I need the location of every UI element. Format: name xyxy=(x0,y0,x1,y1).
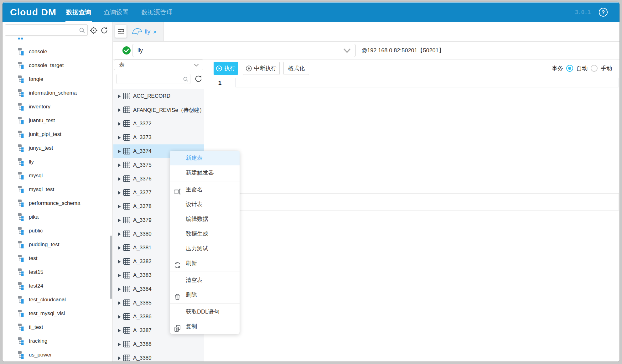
sidebar-item-ti_test[interactable]: ti_test xyxy=(3,320,112,334)
menu-item-5[interactable]: 编辑数据 xyxy=(170,212,240,226)
menu-item-4[interactable]: 设计表 xyxy=(170,197,240,212)
table-row-ACC_RECORD[interactable]: ACC_RECORD xyxy=(113,89,204,103)
menu-item-7[interactable]: 压力测试 xyxy=(170,241,240,256)
expand-arrow-icon[interactable] xyxy=(118,108,121,112)
sidebar-item-console[interactable]: console xyxy=(3,45,112,59)
expand-arrow-icon[interactable] xyxy=(118,218,121,222)
expand-arrow-icon[interactable] xyxy=(118,315,121,319)
menu-item-11[interactable]: 删除 xyxy=(170,288,240,302)
sidebar-item-mysql[interactable]: mysql xyxy=(3,169,112,183)
interrupt-button[interactable]: 中断执行 xyxy=(243,62,280,75)
table-row-AFANQIE_REVISe（待创建）[interactable]: AFANQIE_REVISe（待创建） xyxy=(113,103,204,117)
nav-item-2[interactable]: 数据源管理 xyxy=(141,3,173,22)
editor-current-line[interactable] xyxy=(235,78,619,87)
connection-select[interactable]: lly xyxy=(132,44,356,57)
expand-arrow-icon[interactable] xyxy=(118,342,121,346)
sidebar-item-performance_schema[interactable]: performance_schema xyxy=(3,196,112,210)
play-circle-icon xyxy=(216,65,222,71)
sidebar-item-information_schema[interactable]: information_schema xyxy=(3,86,112,100)
locate-icon[interactable] xyxy=(90,26,98,36)
expand-arrow-icon[interactable] xyxy=(118,246,121,250)
menu-item-13[interactable]: 获取DDL语句 xyxy=(170,304,240,319)
menu-item-1[interactable]: 新建触发器 xyxy=(170,165,240,180)
table-icon xyxy=(123,120,131,127)
sidebar-search-input[interactable] xyxy=(5,24,88,36)
format-button[interactable]: 格式化 xyxy=(283,62,309,75)
expand-arrow-icon[interactable] xyxy=(118,356,121,360)
object-type-select[interactable]: 表 xyxy=(114,60,203,70)
nav-item-0[interactable]: 数据查询 xyxy=(65,3,92,22)
sidebar-item-test[interactable]: test xyxy=(3,252,112,265)
menu-item-10[interactable]: 清空表 xyxy=(170,273,240,288)
refresh-tables-icon[interactable] xyxy=(194,75,203,84)
expand-arrow-icon[interactable] xyxy=(118,273,121,278)
sidebar-item-console_target[interactable]: console_target xyxy=(3,59,112,72)
table-search-input[interactable] xyxy=(117,74,190,84)
search-icon xyxy=(183,76,189,82)
expand-arrow-icon[interactable] xyxy=(118,232,121,236)
chevron-down-icon xyxy=(344,49,350,53)
table-row-A_3389[interactable]: A_3389 xyxy=(113,351,204,361)
sidebar-item-inventory[interactable]: inventory xyxy=(3,100,112,114)
table-row-A_3372[interactable]: A_3372 xyxy=(113,117,204,131)
sidebar-scrollbar[interactable] xyxy=(110,236,112,299)
sidebar-item-public[interactable]: public xyxy=(3,224,112,238)
clipped-tree-item xyxy=(18,38,24,39)
schema-icon xyxy=(18,351,26,359)
tab-lly[interactable]: lly × xyxy=(132,22,157,41)
sidebar-item-fanqie[interactable]: fanqie xyxy=(3,72,112,86)
help-icon[interactable]: ? xyxy=(598,7,608,17)
table-name: A_3388 xyxy=(133,341,152,347)
table-icon xyxy=(123,217,131,224)
table-row-A_3373[interactable]: A_3373 xyxy=(113,131,204,144)
sidebar-item-junyu_test[interactable]: junyu_test xyxy=(3,141,112,155)
menu-item-14[interactable]: 复制 xyxy=(170,319,240,334)
expand-arrow-icon[interactable] xyxy=(118,191,121,195)
sidebar-item-lly[interactable]: lly xyxy=(3,155,112,169)
menu-item-3[interactable]: 重命名 xyxy=(170,182,240,197)
menu-item-6[interactable]: 数据生成 xyxy=(170,226,240,241)
sidebar-item-juantu_test[interactable]: juantu_test xyxy=(3,114,112,127)
expand-arrow-icon[interactable] xyxy=(118,122,121,126)
nav-item-1[interactable]: 查询设置 xyxy=(103,3,129,22)
expand-arrow-icon[interactable] xyxy=(118,177,121,181)
schema-icon xyxy=(18,103,26,111)
execute-button[interactable]: 执行 xyxy=(214,62,238,75)
editor-results-splitter[interactable] xyxy=(205,192,619,192)
expand-arrow-icon[interactable] xyxy=(118,163,121,167)
expand-arrow-icon[interactable] xyxy=(118,260,121,264)
sidebar-item-test_mysql_visi[interactable]: test_mysql_visi xyxy=(3,307,112,320)
expand-arrow-icon[interactable] xyxy=(118,329,121,333)
sidebar-item-test24[interactable]: test24 xyxy=(3,279,112,293)
collapse-sidebar-button[interactable] xyxy=(115,25,127,38)
sidebar-item-test_cloudcanal[interactable]: test_cloudcanal xyxy=(3,293,112,307)
refresh-tree-icon[interactable] xyxy=(100,26,108,36)
expand-arrow-icon[interactable] xyxy=(118,287,121,291)
table-row-A_3388[interactable]: A_3388 xyxy=(113,337,204,351)
table-icon xyxy=(123,93,131,100)
expand-arrow-icon[interactable] xyxy=(118,94,121,98)
sidebar-item-junit_pipi_test[interactable]: junit_pipi_test xyxy=(3,127,112,141)
dot-circle-icon xyxy=(246,65,252,71)
tab-close-icon[interactable]: × xyxy=(153,29,157,35)
menu-item-8[interactable]: 刷新 xyxy=(170,256,240,271)
expand-arrow-icon[interactable] xyxy=(118,205,121,209)
expand-arrow-icon[interactable] xyxy=(118,136,121,140)
transaction-manual-radio[interactable] xyxy=(591,65,598,72)
expand-arrow-icon[interactable] xyxy=(118,149,121,153)
menu-item-0[interactable]: 新建表 xyxy=(170,151,240,165)
table-name: ACC_RECORD xyxy=(133,93,170,99)
transaction-auto-radio[interactable] xyxy=(566,65,573,72)
table-icon xyxy=(123,286,131,293)
sidebar-item-us_power[interactable]: us_power xyxy=(3,348,112,361)
sidebar-item-test15[interactable]: test15 xyxy=(3,265,112,279)
expand-arrow-icon[interactable] xyxy=(118,301,121,305)
database-label: test_cloudcanal xyxy=(29,297,66,303)
sidebar-item-pika[interactable]: pika xyxy=(3,210,112,224)
sidebar-item-pudding_test[interactable]: pudding_test xyxy=(3,238,112,252)
sidebar-item-mysql_test[interactable]: mysql_test xyxy=(3,183,112,196)
table-icon xyxy=(123,355,131,361)
sidebar-item-tracking[interactable]: tracking xyxy=(3,334,112,348)
table-name: A_3375 xyxy=(133,162,152,168)
schema-icon xyxy=(18,172,26,179)
